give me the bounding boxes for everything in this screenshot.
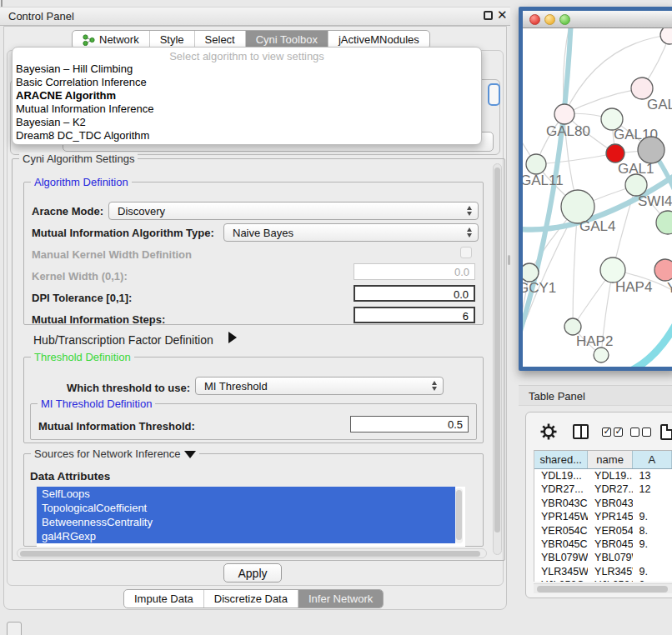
table-row[interactable]: YPR145WYPR145W9.: [534, 510, 672, 523]
tab-discretize-data[interactable]: Discretize Data: [204, 590, 298, 608]
expand-arrow-icon[interactable]: [228, 332, 237, 343]
network-node[interactable]: [656, 211, 672, 234]
sources-title[interactable]: Sources for Network Inference: [31, 448, 199, 460]
mi-type-combobox[interactable]: Naive Bayes: [223, 223, 479, 242]
focused-button-sliver[interactable]: [488, 83, 500, 106]
mac-close-button[interactable]: [529, 14, 540, 25]
aracne-mode-combobox[interactable]: Discovery: [108, 202, 479, 220]
node-label: SWI4: [638, 193, 672, 209]
table-row[interactable]: YBR043CYBR043C: [534, 497, 672, 510]
network-window-titlebar[interactable]: [523, 11, 672, 28]
data-attributes-list[interactable]: SelfLoopsTopologicalCoefficientBetweenne…: [37, 487, 465, 547]
apply-button[interactable]: Apply: [223, 563, 282, 582]
float-window-icon[interactable]: [484, 11, 493, 20]
table-horizontal-scrollbar[interactable]: [534, 583, 672, 593]
algorithm-option[interactable]: Basic Correlation Inference: [13, 76, 481, 89]
network-edge[interactable]: [564, 88, 642, 114]
tab-network[interactable]: Network: [73, 31, 150, 48]
scrollbar-thumb[interactable]: [494, 168, 500, 532]
network-node[interactable]: [594, 348, 609, 362]
table-row[interactable]: YBL079WYBL079W: [534, 551, 672, 564]
node-table[interactable]: shared... name A YDL19...YDL19...13YDR27…: [534, 450, 672, 582]
hub-tf-definition-label[interactable]: Hub/Transcription Factor Definition: [33, 333, 213, 347]
cyni-settings-title: Cyni Algorithm Settings: [19, 152, 138, 165]
panel-splitter-handle[interactable]: [508, 255, 510, 265]
network-node-gal80[interactable]: [554, 104, 574, 124]
column-header-partial[interactable]: A: [633, 451, 672, 468]
attribute-item-selected[interactable]: gal4RGexp: [37, 529, 455, 543]
kernel-width-field[interactable]: 0.0: [354, 263, 475, 280]
network-edge[interactable]: [536, 153, 615, 164]
column-view-icon[interactable]: [573, 424, 589, 439]
export-table-icon[interactable]: [660, 424, 672, 440]
collapsed-panel-icon[interactable]: [7, 622, 22, 635]
table-cell: 9.: [633, 538, 672, 551]
close-icon[interactable]: ✕: [497, 8, 508, 22]
table-row[interactable]: YDL19...YDL19...13: [534, 469, 672, 482]
unselect-checks-icon[interactable]: [630, 428, 651, 437]
scrollbar-thumb[interactable]: [20, 551, 480, 557]
attribute-item-selected[interactable]: SelfLoops: [37, 487, 455, 501]
tab-style[interactable]: Style: [150, 31, 195, 48]
mi-threshold-field[interactable]: 0.5: [350, 416, 469, 432]
table-row[interactable]: YBR045CYBR045C9.: [534, 538, 672, 551]
network-node-gcy1[interactable]: [523, 263, 539, 282]
network-node[interactable]: [660, 28, 672, 44]
which-threshold-combobox[interactable]: MI Threshold: [195, 377, 444, 395]
scrollbar-thumb[interactable]: [537, 586, 668, 592]
attributes-vertical-scrollbar[interactable]: [455, 488, 463, 543]
attribute-item-selected[interactable]: TopologicalCoefficient: [37, 501, 455, 515]
network-node-gal1[interactable]: [606, 144, 624, 162]
mac-minimize-button[interactable]: [544, 14, 555, 25]
table-row[interactable]: YJL052CYJL052C0.: [534, 578, 672, 582]
control-panel-title: Control Panel: [8, 10, 74, 22]
settings-vertical-scrollbar[interactable]: [493, 163, 502, 555]
collapse-arrow-icon[interactable]: [184, 451, 196, 458]
algorithm-dropdown-placeholder: Select algorithm to view settings: [13, 50, 481, 62]
network-view-window[interactable]: GALGAL80GAL10GAL1GAL11SWI4GAL4GCY1HAP4YH…: [519, 7, 672, 371]
column-header-name[interactable]: name: [588, 451, 632, 468]
network-node[interactable]: [638, 137, 664, 163]
algorithm-dropdown[interactable]: Select algorithm to view settings Bayesi…: [12, 47, 482, 145]
settings-horizontal-scrollbar[interactable]: [17, 548, 487, 558]
tab-infer-network[interactable]: Infer Network: [298, 590, 383, 608]
algorithm-list[interactable]: Bayesian – Hill ClimbingBasic Correlatio…: [13, 62, 481, 142]
algorithm-option[interactable]: Bayesian – Hill Climbing: [13, 62, 481, 76]
mi-steps-field[interactable]: 6: [354, 307, 475, 323]
table-row[interactable]: YDR27...YDR27...12: [534, 482, 672, 496]
node-label: HAP2: [576, 333, 613, 349]
network-node-hap2[interactable]: [564, 318, 581, 335]
scrollbar-thumb[interactable]: [456, 490, 462, 540]
table-cell: 8.: [633, 524, 672, 538]
tab-jactivemnodules[interactable]: jActiveMNodules: [328, 31, 429, 48]
algorithm-option[interactable]: Dream8 DC_TDC Algorithm: [13, 129, 481, 142]
algorithm-option[interactable]: Bayesian – K2: [13, 116, 481, 129]
select-all-checks-icon[interactable]: [602, 428, 623, 437]
algorithm-option[interactable]: ARACNE Algorithm: [13, 89, 481, 102]
mi-type-label: Mutual Information Algorithm Type:: [32, 227, 214, 239]
tab-impute-data[interactable]: Impute Data: [124, 590, 204, 608]
which-threshold-value: MI Threshold: [204, 380, 268, 392]
table-cell: YDL19...: [534, 469, 588, 482]
network-canvas[interactable]: GALGAL80GAL10GAL1GAL11SWI4GAL4GCY1HAP4YH…: [523, 28, 672, 367]
algorithm-option[interactable]: Mutual Information Inference: [13, 102, 481, 116]
network-node-gal11[interactable]: [526, 154, 546, 174]
network-node-y[interactable]: [654, 259, 672, 281]
table-cell: 9.: [633, 565, 672, 578]
table-body[interactable]: YDL19...YDL19...13YDR27...YDR27...12YBR0…: [534, 469, 672, 582]
table-header-row: shared... name A: [534, 451, 672, 469]
table-row[interactable]: YER054CYER054C8.: [534, 524, 672, 538]
table-cell: YJL052C: [534, 578, 588, 582]
manual-kernel-checkbox[interactable]: [460, 247, 472, 258]
dpi-tolerance-field[interactable]: 0.0: [354, 285, 475, 302]
network-edge-weighted[interactable]: [623, 299, 672, 367]
cyni-bottom-tabbar: Impute Data Discretize Data Infer Networ…: [123, 589, 384, 608]
table-cell: YDL19...: [588, 469, 632, 482]
tab-select[interactable]: Select: [195, 31, 246, 48]
table-row[interactable]: YLR345WYLR345W9.: [534, 565, 672, 578]
mac-zoom-button[interactable]: [559, 14, 570, 25]
attribute-item-selected[interactable]: BetweennessCentrality: [37, 515, 455, 529]
gear-icon[interactable]: [540, 423, 557, 440]
tab-cyni-toolbox[interactable]: Cyni Toolbox: [246, 31, 328, 48]
column-header-shared-name[interactable]: shared...: [534, 451, 588, 468]
